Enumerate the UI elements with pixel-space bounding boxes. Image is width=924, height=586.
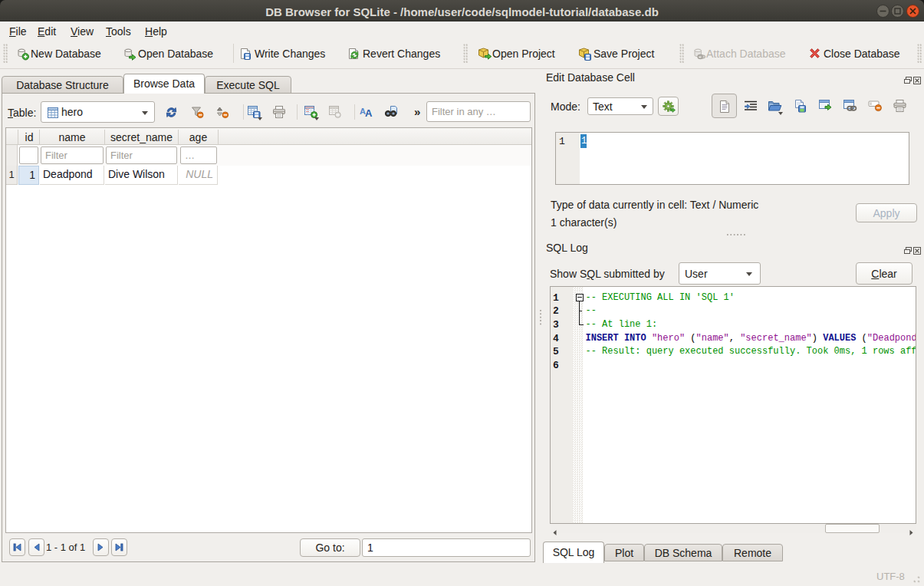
svg-text:A: A (365, 107, 373, 118)
